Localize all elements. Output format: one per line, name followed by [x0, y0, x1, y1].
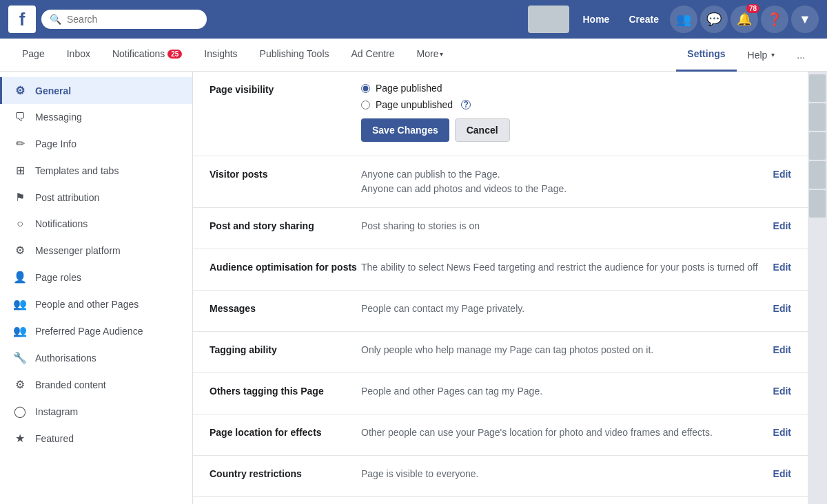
- page-roles-icon: 👤: [13, 271, 27, 284]
- messages-label: Messages: [210, 302, 361, 314]
- profile-avatar: [528, 6, 569, 33]
- messenger-platform-icon: ⚙: [13, 244, 27, 257]
- help-chevron-icon: ▾: [771, 51, 775, 59]
- sidebar-item-people-other-pages[interactable]: 👥 People and other Pages: [0, 291, 192, 317]
- sidebar-item-page-info[interactable]: ✏ Page Info: [0, 130, 192, 157]
- others-tagging-value: People and other Pages can tag my Page.: [361, 384, 762, 399]
- post-attribution-icon: ⚑: [13, 191, 27, 204]
- audience-optimisation-edit[interactable]: Edit: [762, 260, 791, 273]
- visitor-posts-label: Visitor posts: [210, 167, 361, 180]
- sidebar-item-messenger-platform[interactable]: ⚙ Messenger platform: [0, 237, 192, 264]
- others-tagging-label: Others tagging this Page: [210, 384, 361, 397]
- post-story-sharing-edit[interactable]: Edit: [762, 219, 791, 231]
- sidebar-item-page-roles[interactable]: 👤 Page roles: [0, 264, 192, 291]
- authorisations-icon: 🔧: [13, 351, 27, 364]
- templates-icon: ⊞: [13, 164, 27, 177]
- page-notif-badge: 25: [167, 50, 182, 59]
- sidebar-label-featured: Featured: [35, 433, 74, 444]
- country-restrictions-edit[interactable]: Edit: [762, 467, 791, 479]
- create-link[interactable]: Create: [620, 10, 667, 29]
- tagging-ability-value: Only people who help manage my Page can …: [361, 343, 762, 357]
- nav-more[interactable]: More ▾: [406, 39, 455, 72]
- right-avatar-1: [809, 74, 826, 102]
- sidebar-label-instagram: Instagram: [35, 406, 78, 417]
- notifications-sidebar-icon: ○: [13, 218, 27, 230]
- sidebar-item-branded-content[interactable]: ⚙ Branded content: [0, 371, 192, 398]
- sidebar-label-post-attribution: Post attribution: [35, 192, 99, 203]
- notifications-badge: 78: [746, 4, 759, 13]
- radio-published-input[interactable]: [361, 84, 370, 93]
- notifications-icon-btn[interactable]: 🔔 78: [731, 6, 758, 33]
- page-navigation: Page Inbox Notifications 25 Insights Pub…: [0, 39, 827, 72]
- nav-extra[interactable]: ...: [786, 39, 816, 72]
- radio-published-label: Page published: [376, 83, 442, 94]
- nav-page[interactable]: Page: [11, 39, 56, 72]
- tagging-ability-edit[interactable]: Edit: [762, 343, 791, 355]
- messages-edit[interactable]: Edit: [762, 302, 791, 314]
- sidebar-label-authorisations: Authorisations: [35, 353, 96, 364]
- others-tagging-edit[interactable]: Edit: [762, 384, 791, 397]
- sidebar-item-notifications[interactable]: ○ Notifications: [0, 211, 192, 237]
- page-visibility-row: Page visibility Page published Page unpu…: [193, 72, 808, 156]
- messages-value: People can contact my Page privately.: [361, 302, 762, 316]
- sidebar-label-page-info: Page Info: [35, 138, 76, 149]
- visitor-posts-edit[interactable]: Edit: [762, 167, 791, 180]
- setting-row-messages: Messages People can contact my Page priv…: [193, 291, 808, 332]
- sidebar-label-messaging: Messaging: [35, 112, 82, 123]
- nav-notifications[interactable]: Notifications 25: [101, 39, 193, 72]
- sidebar-item-templates-tabs[interactable]: ⊞ Templates and tabs: [0, 157, 192, 184]
- right-avatar-4: [809, 161, 826, 189]
- settings-inner: Page visibility Page published Page unpu…: [193, 72, 808, 504]
- people-other-pages-icon: 👥: [13, 297, 27, 311]
- sidebar-item-preferred-page-audience[interactable]: 👥 Preferred Page Audience: [0, 317, 192, 344]
- save-changes-button[interactable]: Save Changes: [361, 118, 449, 142]
- post-story-sharing-label: Post and story sharing: [210, 219, 361, 231]
- search-input[interactable]: [67, 14, 198, 25]
- home-link[interactable]: Home: [575, 10, 618, 29]
- nav-settings[interactable]: Settings: [676, 39, 736, 72]
- visibility-button-row: Save Changes Cancel: [361, 118, 791, 145]
- nav-insights[interactable]: Insights: [193, 39, 248, 72]
- sidebar-label-general: General: [35, 85, 71, 96]
- setting-row-post-story-sharing: Post and story sharing Post sharing to s…: [193, 208, 808, 249]
- sidebar-label-preferred-page-audience: Preferred Page Audience: [35, 326, 143, 337]
- featured-icon: ★: [13, 432, 27, 445]
- search-box[interactable]: 🔍: [41, 10, 207, 29]
- visibility-options: Page published Page unpublished ? Save C…: [361, 83, 791, 145]
- nav-inbox[interactable]: Inbox: [56, 39, 101, 72]
- account-menu-btn[interactable]: ▼: [791, 6, 819, 33]
- top-navigation: f 🔍 Home Create 👥 💬 🔔 78 ❓ ▼: [0, 0, 827, 39]
- nav-publishing-tools[interactable]: Publishing Tools: [249, 39, 340, 72]
- radio-published[interactable]: Page published: [361, 83, 791, 94]
- sidebar-item-featured[interactable]: ★ Featured: [0, 425, 192, 452]
- right-avatar-2: [809, 103, 826, 131]
- search-icon: 🔍: [50, 14, 61, 25]
- nav-ad-centre[interactable]: Ad Centre: [340, 39, 406, 72]
- nav-help[interactable]: Help ▾: [737, 39, 786, 72]
- sidebar-item-general[interactable]: ⚙ General: [0, 77, 192, 104]
- sidebar-item-post-attribution[interactable]: ⚑ Post attribution: [0, 184, 192, 211]
- sidebar-item-instagram[interactable]: ◯ Instagram: [0, 398, 192, 425]
- friends-icon-btn[interactable]: 👥: [670, 6, 697, 33]
- help-icon-btn[interactable]: ❓: [761, 6, 788, 33]
- info-icon[interactable]: ?: [461, 100, 471, 109]
- radio-unpublished-input[interactable]: [361, 101, 370, 109]
- messaging-icon: 🗨: [13, 111, 27, 123]
- radio-unpublished[interactable]: Page unpublished ?: [361, 99, 791, 110]
- sidebar-item-messaging[interactable]: 🗨 Messaging: [0, 104, 192, 130]
- page-location-effects-edit[interactable]: Edit: [762, 426, 791, 438]
- sidebar-item-authorisations[interactable]: 🔧 Authorisations: [0, 344, 192, 371]
- page-location-effects-value: Other people can use your Page's locatio…: [361, 426, 762, 440]
- right-avatar-3: [809, 132, 826, 160]
- sidebar-label-people-other-pages: People and other Pages: [35, 299, 139, 310]
- post-story-sharing-value: Post sharing to stories is on: [361, 219, 762, 233]
- radio-unpublished-label: Page unpublished: [376, 99, 453, 110]
- messenger-icon-btn[interactable]: 💬: [700, 6, 728, 33]
- sidebar: ⚙ General 🗨 Messaging ✏ Page Info ⊞ Temp…: [0, 72, 193, 504]
- cancel-button[interactable]: Cancel: [455, 118, 510, 142]
- tagging-ability-label: Tagging ability: [210, 343, 361, 355]
- audience-optimisation-label: Audience optimisation for posts: [210, 260, 361, 273]
- sidebar-label-notifications: Notifications: [35, 218, 88, 229]
- setting-row-age-restrictions: Age restrictions Page is shown to everyo…: [193, 497, 808, 504]
- more-chevron-icon: ▾: [440, 50, 443, 58]
